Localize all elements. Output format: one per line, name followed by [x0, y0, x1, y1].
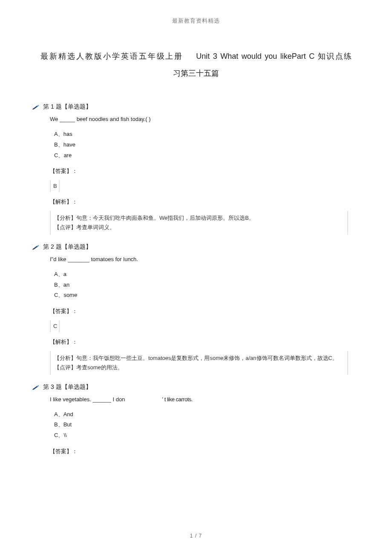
analysis-label: 【解析】： [50, 338, 360, 346]
document-title: 最新精选人教版小学英语五年级上册 Unit 3 What would you l… [40, 48, 352, 82]
option-a: A、a [54, 269, 360, 280]
option-b: B、have [54, 140, 360, 150]
title-line-2: 习第三十五篇 [40, 65, 352, 82]
option-c: C、some [54, 290, 360, 301]
page-header: 最新教育资料精选 [32, 17, 360, 25]
title-line-1: 最新精选人教版小学英语五年级上册 Unit 3 What would you l… [40, 48, 352, 65]
question-2-header: 第 2 题【单选题】 [32, 243, 360, 251]
question-3-header: 第 3 题【单选题】 [32, 383, 360, 391]
option-c: C、\\ [54, 430, 360, 441]
option-b: B、But [54, 420, 360, 430]
page-number: 1 / 7 [0, 533, 392, 539]
analysis-label: 【解析】： [50, 198, 360, 206]
title-cn-prefix: 最新精选人教版小学英语五年级上册 [40, 52, 183, 60]
analysis-line-1: 【分析】句意：今天我们吃牛肉面条和鱼。We指我们，后加动词原形。所以选B。 [54, 213, 344, 223]
question-3-options: A、And B、But C、\\ [54, 409, 360, 441]
answer-value: B [50, 180, 60, 192]
answer-value: C [50, 320, 60, 332]
title-en: Unit 3 What would you likePart C [196, 52, 314, 60]
analysis-body: 【分析】句意：今天我们吃牛肉面条和鱼。We指我们，后加动词原形。所以选B。 【点… [50, 211, 348, 235]
pen-icon [32, 384, 40, 390]
answer-label: 【答案】： [50, 167, 360, 175]
pen-icon [32, 244, 40, 250]
analysis-line-2: 【点评】考查some的用法。 [54, 363, 344, 372]
page-container: 最新教育资料精选 最新精选人教版小学英语五年级上册 Unit 3 What wo… [0, 0, 392, 555]
answer-label: 【答案】： [50, 448, 360, 455]
question-2-options: A、a B、an C、some [54, 269, 360, 301]
option-b: B、an [54, 280, 360, 290]
pen-icon [32, 104, 40, 110]
stem-part-1: I like vegetables. ______ I don [50, 396, 125, 403]
analysis-line-2: 【点评】考查单词词义。 [54, 223, 344, 232]
answer-label: 【答案】： [50, 308, 360, 315]
option-c: C、are [54, 150, 360, 161]
analysis-line-1: 【分析】句意：我午饭想吃一些土豆。tomatoes是复数形式，用some来修饰，… [54, 354, 344, 363]
question-3-stem: I like vegetables. ______ I don ' t like… [50, 396, 360, 403]
question-3-label: 第 3 题【单选题】 [43, 383, 92, 391]
question-1-options: A、has B、have C、are [54, 129, 360, 161]
title-cn-suffix: 知识点练 [318, 52, 352, 60]
question-2-stem: I"d like _______ tomatoes for lunch. [50, 256, 360, 262]
question-1-label: 第 1 题【单选题】 [43, 103, 92, 111]
analysis-body: 【分析】句意：我午饭想吃一些土豆。tomatoes是复数形式，用some来修饰，… [50, 351, 348, 375]
option-a: A、And [54, 409, 360, 420]
question-1-stem: We _____ beef noodles and fish today.( ) [50, 116, 360, 122]
question-1-header: 第 1 题【单选题】 [32, 103, 360, 111]
question-2-label: 第 2 题【单选题】 [43, 243, 92, 251]
stem-part-2: ' t like carrots. [162, 396, 193, 403]
option-a: A、has [54, 129, 360, 140]
